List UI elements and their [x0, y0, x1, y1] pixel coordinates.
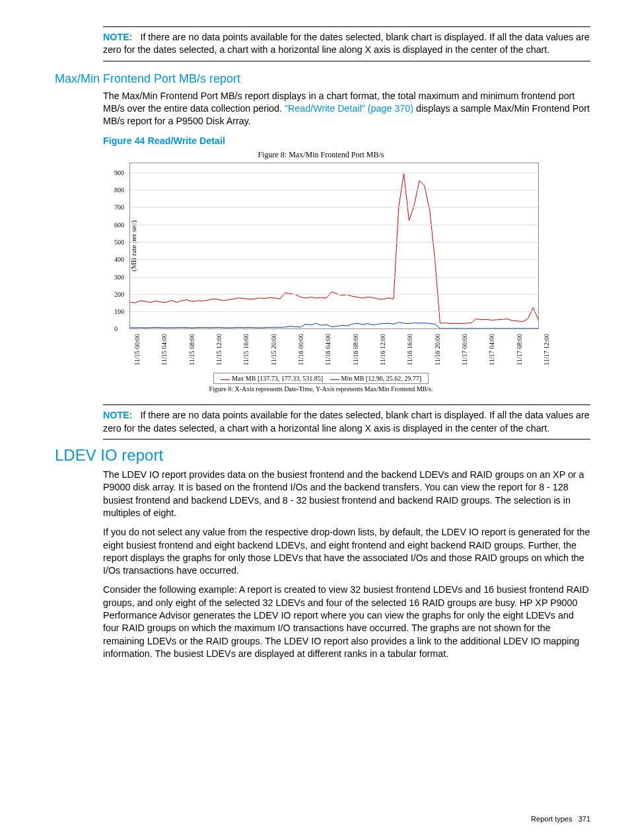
y-tick: 900 [114, 169, 124, 176]
note-text: If there are no data points available fo… [103, 32, 590, 55]
note-text: If there are no data points available fo… [103, 410, 590, 433]
series-min-mb [130, 323, 538, 328]
chart-legend: Max MB [137.73, 177.33, 531.85] Min MB [… [213, 373, 429, 384]
legend-line-icon [221, 379, 230, 380]
y-tick: 500 [114, 238, 124, 245]
x-tick: 11/16 12:00 [379, 334, 386, 366]
note-2: NOTE: If there are no data points availa… [103, 409, 590, 435]
paragraph: The Max/Min Frontend Port MB/s report di… [103, 90, 590, 128]
grid-line [130, 225, 538, 225]
grid-line [130, 294, 538, 295]
chart-title: Figure 8: Max/Min Frontend Port MB/s [103, 150, 539, 160]
footer-label: Report types [531, 815, 572, 823]
paragraph: Consider the following example: A report… [103, 584, 590, 660]
y-tick: 400 [114, 256, 124, 263]
section-heading-maxmin: Max/Min Frontend Port MB/s report [55, 72, 590, 86]
divider-top [103, 26, 590, 27]
x-tick: 11/15 20:00 [270, 334, 277, 366]
x-tick: 11/16 16:00 [406, 334, 413, 366]
link-read-write-detail[interactable]: "Read/Write Detail" (page 370) [285, 103, 413, 114]
series-max-mb [130, 174, 538, 324]
y-tick: 600 [114, 221, 124, 228]
legend-max: Max MB [137.73, 177.33, 531.85] [221, 375, 323, 382]
divider [103, 439, 590, 439]
divider [103, 61, 590, 61]
x-tick: 11/17 08:00 [516, 334, 523, 366]
grid-line [130, 190, 538, 190]
chart-figure-8: Figure 8: Max/Min Frontend Port MB/s (MB… [103, 150, 539, 393]
grid-line [130, 172, 538, 173]
x-tick: 11/16 20:00 [434, 334, 441, 366]
section-heading-ldev: LDEV IO report [55, 446, 590, 465]
note-label: NOTE: [103, 410, 132, 420]
figure-caption: Figure 44 Read/Write Detail [103, 135, 590, 146]
chart-plot-area: (MB rate per sec) 0100200300400500600700… [129, 163, 539, 329]
x-tick: 11/16 08:00 [352, 334, 359, 366]
grid-line [130, 207, 538, 208]
x-tick: 11/17 04:00 [488, 334, 495, 366]
x-tick: 11/16 00:00 [297, 334, 304, 366]
grid-line [130, 277, 538, 278]
x-tick: 11/15 04:00 [160, 334, 168, 366]
note-label: NOTE: [103, 32, 132, 42]
y-tick: 0 [114, 325, 118, 332]
x-tick: 11/15 16:00 [242, 334, 250, 366]
x-axis-ticks: 11/15 00:0011/15 04:0011/15 08:0011/15 1… [129, 329, 539, 370]
y-tick: 700 [114, 204, 124, 211]
x-tick: 11/16 04:00 [324, 334, 332, 366]
x-tick: 11/15 00:00 [133, 334, 141, 366]
divider [103, 404, 590, 405]
grid-line [130, 242, 538, 243]
y-tick: 100 [114, 308, 124, 315]
page-footer: Report types 371 [531, 815, 590, 823]
chart-lines [130, 163, 538, 328]
legend-min: Min MB [12.96, 25.62, 29.77] [330, 375, 421, 382]
page-number: 371 [578, 815, 590, 823]
grid-line [130, 259, 538, 260]
x-tick: 11/15 12:00 [215, 334, 223, 366]
chart-footnote: Figure 8: X-Axis represents Date-Time, Y… [103, 385, 539, 393]
grid-line [130, 311, 538, 312]
y-tick: 800 [114, 186, 124, 193]
y-tick: 300 [114, 273, 124, 280]
x-tick: 11/17 00:00 [461, 334, 468, 366]
x-tick: 11/15 08:00 [188, 334, 195, 366]
x-tick: 11/17 12:00 [543, 334, 550, 366]
paragraph: If you do not select any value from the … [103, 526, 590, 577]
y-tick: 200 [114, 290, 124, 297]
paragraph: The LDEV IO report provides data on the … [103, 469, 590, 519]
legend-line-icon [330, 379, 339, 380]
note-1: NOTE: If there are no data points availa… [103, 31, 590, 57]
